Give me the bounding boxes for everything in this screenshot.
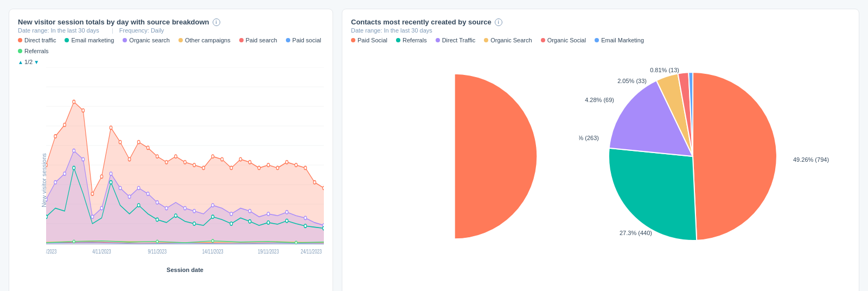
right-title-text: Contacts most recently created by source [351,18,492,26]
svg-point-57 [82,157,85,161]
svg-point-67 [184,206,187,210]
date-range-label: Date range: In the last 30 days [18,27,104,34]
svg-point-55 [63,172,66,175]
svg-point-86 [267,221,270,224]
svg-point-64 [146,192,149,195]
right-card-title: Contacts most recently created by source… [351,18,850,26]
right-card-meta: Date range: In the last 30 days [351,27,850,34]
legend-dot [396,38,400,42]
next-arrow[interactable]: ▼ [34,59,39,65]
legend-dot [239,38,244,42]
svg-point-44 [258,166,260,169]
svg-point-82 [193,222,196,225]
legend-item: Organic Search [484,37,532,43]
svg-point-24 [73,100,75,103]
legend-dot [541,38,545,42]
pie-label: 0.81% (13) [650,67,679,73]
svg-point-56 [73,149,75,152]
pagination-text: 1/2 [24,59,33,65]
svg-point-34 [165,161,168,164]
svg-point-61 [119,186,122,189]
legend-label: Direct Traffic [442,37,476,43]
legend-item: Email marketing [65,37,114,43]
svg-text:9/11/2023: 9/11/2023 [148,249,167,255]
legend-item: Paid Social [351,37,387,43]
svg-point-88 [304,224,307,227]
svg-point-68 [193,210,196,213]
legend-dot [351,38,355,42]
svg-point-33 [156,155,158,158]
svg-text:4/11/2023: 4/11/2023 [92,249,111,255]
x-axis-label: Session date [46,267,324,273]
legend-item: Email Marketing [595,37,644,43]
right-card: Contacts most recently created by source… [342,9,859,291]
legend-label: Email Marketing [601,37,644,43]
legend-label: Organic Social [547,37,586,43]
svg-point-83 [212,215,214,218]
legend-label: Organic search [129,37,170,43]
left-card-meta: Date range: In the last 30 days | Freque… [18,27,324,34]
right-date-range-label: Date range: In the last 30 days [351,27,437,34]
svg-point-35 [175,155,177,158]
svg-point-47 [285,161,288,164]
prev-arrow[interactable]: ▲ [18,59,23,65]
pie-chart [351,53,579,260]
legend-item: Direct traffic [18,37,56,43]
svg-point-46 [276,166,279,169]
svg-point-51 [323,186,324,189]
left-card-title: New visitor session totals by day with s… [18,18,324,26]
left-info-icon[interactable]: i [213,18,220,26]
legend-label: Referrals [403,37,427,43]
svg-point-79 [137,204,140,207]
svg-text:30/10/2023: 30/10/2023 [46,249,56,255]
legend-label: Direct traffic [24,37,56,43]
legend-item: Other campaigns [178,37,231,43]
svg-point-76 [46,215,47,218]
pie-container: 49.26% (794)27.3% (440)16.32% (263)4.28%… [351,48,850,265]
svg-point-32 [146,146,149,149]
svg-point-87 [285,219,288,223]
svg-point-36 [184,161,187,164]
legend-dot [436,38,440,42]
svg-point-28 [110,126,112,129]
svg-point-38 [202,166,205,169]
left-title-text: New visitor session totals by day with s… [18,18,209,26]
svg-point-74 [304,216,307,219]
legend-label: Paid search [246,37,277,43]
legend-item: Direct Traffic [436,37,476,43]
svg-point-29 [119,140,122,143]
svg-point-60 [110,172,112,175]
svg-point-92 [212,239,214,242]
left-legend: Direct trafficEmail marketingOrganic sea… [18,37,324,54]
right-info-icon[interactable]: i [495,18,502,26]
legend-item: Referrals [396,37,427,43]
legend-dot [123,38,127,42]
svg-point-23 [63,123,66,126]
pie-label: 16.32% (263) [579,135,599,141]
legend-dot [65,38,69,42]
svg-point-59 [100,206,103,210]
svg-point-26 [91,192,94,195]
legend-item: Referrals [18,48,49,54]
svg-point-81 [175,214,177,217]
right-legend: Paid SocialReferralsDirect TrafficOrgani… [351,37,850,43]
pie-chart-rendered: 49.26% (794)27.3% (440)16.32% (263)4.28%… [579,53,850,260]
svg-point-45 [267,163,270,167]
legend-dot [18,49,22,53]
svg-point-84 [230,222,233,225]
svg-point-27 [100,175,103,178]
legend-label: Referrals [24,48,49,54]
legend-item: Paid search [239,37,277,43]
legend-item: Paid social [286,37,321,43]
pie-segment [693,72,777,241]
svg-point-25 [82,109,85,112]
left-card: New visitor session totals by day with s… [9,9,333,291]
svg-point-71 [248,210,251,213]
pie-label: 27.3% (440) [620,230,652,236]
svg-text:14/11/2023: 14/11/2023 [202,249,224,255]
svg-point-77 [73,166,75,169]
pie-label: 2.05% (33) [617,78,647,84]
svg-point-37 [193,163,196,167]
svg-point-43 [248,161,251,164]
legend-label: Email marketing [71,37,114,43]
